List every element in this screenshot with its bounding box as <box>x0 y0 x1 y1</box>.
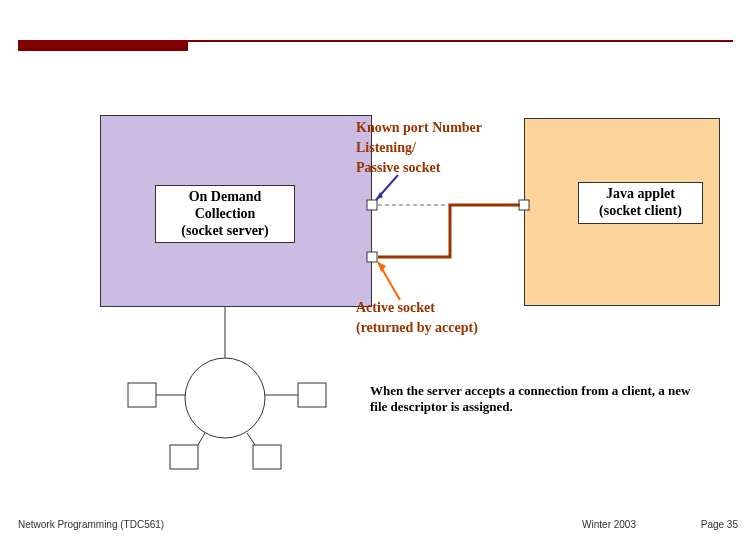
svg-marker-7 <box>378 262 386 272</box>
svg-rect-12 <box>170 445 198 469</box>
svg-point-9 <box>185 358 265 438</box>
footer-right: Page 35 <box>701 519 738 530</box>
svg-rect-13 <box>253 445 281 469</box>
footer-mid: Winter 2003 <box>582 519 636 530</box>
svg-rect-11 <box>298 383 326 407</box>
connectors <box>0 0 756 540</box>
svg-rect-10 <box>128 383 156 407</box>
svg-line-16 <box>198 433 205 445</box>
footer-left: Network Programming (TDC561) <box>18 519 164 530</box>
svg-line-17 <box>247 433 255 445</box>
